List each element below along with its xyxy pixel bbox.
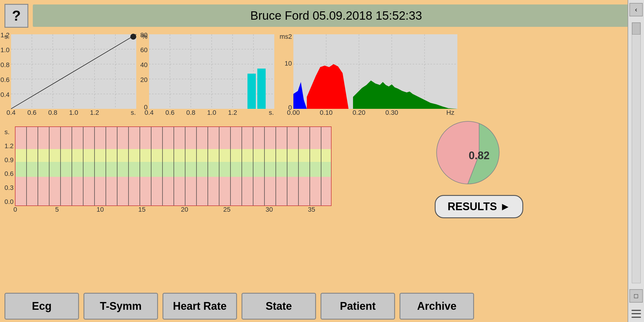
svg-rect-34 bbox=[257, 69, 266, 109]
svg-text:0: 0 bbox=[13, 206, 17, 213]
scroll-square-button[interactable]: □ bbox=[629, 289, 643, 303]
spectrum-svg: 10 0 0.00 0.10 0.20 0.30 Hz bbox=[293, 34, 457, 115]
svg-text:0.6: 0.6 bbox=[1, 76, 10, 83]
nav-patient-button[interactable]: Patient bbox=[321, 293, 395, 320]
svg-text:1.2: 1.2 bbox=[1, 31, 10, 39]
pie-value: 0.82 bbox=[469, 149, 490, 162]
results-label: RESULTS ► bbox=[448, 200, 510, 213]
patient-title: Bruce Ford 05.09.2018 15:52:33 bbox=[250, 9, 422, 22]
hamburger-line-3 bbox=[631, 317, 641, 318]
svg-text:60: 60 bbox=[140, 46, 147, 54]
rhythm-y-00: 0.0 bbox=[4, 198, 14, 206]
bar-svg: 80 60 40 20 0 0.4 0.6 0.8 1.0 1.2 s. bbox=[149, 34, 274, 115]
rhythm-y-12: 1.2 bbox=[4, 142, 14, 150]
pie-svg: 0.82 bbox=[446, 122, 512, 188]
svg-text:0.4: 0.4 bbox=[144, 109, 154, 116]
help-label: ? bbox=[12, 7, 21, 24]
svg-text:20: 20 bbox=[140, 76, 147, 83]
svg-text:1.2: 1.2 bbox=[228, 109, 237, 116]
svg-text:1.0: 1.0 bbox=[69, 109, 78, 116]
svg-text:0.00: 0.00 bbox=[287, 109, 300, 116]
scroll-track[interactable] bbox=[632, 22, 641, 283]
rhythm-chart: // This will be drawn programmatically b… bbox=[15, 127, 331, 207]
svg-text:10: 10 bbox=[285, 60, 292, 67]
svg-text:30: 30 bbox=[265, 206, 273, 213]
svg-text:Hz: Hz bbox=[446, 109, 454, 116]
svg-text:40: 40 bbox=[140, 61, 147, 69]
hamburger-line-2 bbox=[631, 313, 641, 314]
pie-chart: 0.82 bbox=[446, 122, 512, 188]
spectrum-y-unit: ms2 bbox=[280, 33, 292, 41]
svg-text:0.30: 0.30 bbox=[386, 109, 398, 116]
svg-text:0.8: 0.8 bbox=[48, 109, 58, 116]
nav-row: Ecg T-Symm Heart Rate State Patient Arch… bbox=[0, 290, 626, 322]
rhythm-y-unit: s. bbox=[4, 128, 14, 136]
svg-text:0.6: 0.6 bbox=[27, 109, 37, 116]
svg-text:0.10: 0.10 bbox=[320, 109, 333, 116]
nav-tsymm-button[interactable]: T-Symm bbox=[83, 293, 158, 320]
svg-text:1.0: 1.0 bbox=[207, 109, 216, 116]
rhythm-y-06: 0.6 bbox=[4, 170, 14, 178]
svg-text:20: 20 bbox=[181, 206, 188, 213]
svg-rect-33 bbox=[247, 74, 256, 109]
svg-text:80: 80 bbox=[140, 31, 147, 39]
svg-rect-65 bbox=[15, 177, 331, 206]
svg-text:1.0: 1.0 bbox=[1, 46, 10, 54]
bar-chart: 80 60 40 20 0 0.4 0.6 0.8 1.0 1.2 s. bbox=[149, 34, 274, 116]
scroll-up-button[interactable]: ‹ bbox=[629, 3, 643, 16]
svg-text:35: 35 bbox=[308, 206, 315, 213]
svg-rect-64 bbox=[15, 162, 331, 177]
scatter-svg: 1.2 1.0 0.8 0.6 0.4 0.4 0.6 0.8 1.0 1.2 … bbox=[11, 34, 136, 115]
scatter-chart: 1.2 1.0 0.8 0.6 0.4 0.4 0.6 0.8 1.0 1.2 … bbox=[11, 34, 136, 116]
rhythm-right: 0.82 RESULTS ► bbox=[337, 125, 622, 212]
svg-text:0.4: 0.4 bbox=[7, 109, 16, 116]
spectrum-chart: 10 0 0.00 0.10 0.20 0.30 Hz bbox=[293, 34, 622, 116]
help-button[interactable]: ? bbox=[4, 4, 28, 28]
rhythm-y-09: 0.9 bbox=[4, 156, 14, 164]
svg-text:25: 25 bbox=[223, 206, 230, 213]
scroll-thumb[interactable] bbox=[632, 23, 640, 35]
svg-point-11 bbox=[130, 34, 136, 40]
nav-ecg-button[interactable]: Ecg bbox=[4, 293, 79, 320]
svg-text:0.20: 0.20 bbox=[353, 109, 366, 116]
svg-text:15: 15 bbox=[138, 206, 145, 213]
svg-text:0.4: 0.4 bbox=[1, 91, 10, 98]
charts-row: s. 1.2 bbox=[0, 31, 626, 124]
nav-archive-button[interactable]: Archive bbox=[400, 293, 474, 320]
nav-state-button[interactable]: State bbox=[242, 293, 316, 320]
svg-text:10: 10 bbox=[96, 206, 103, 213]
hamburger-line-1 bbox=[631, 310, 641, 311]
scrollbar: ‹ □ bbox=[628, 0, 644, 322]
svg-text:0.8: 0.8 bbox=[1, 61, 10, 69]
rhythm-svg: // This will be drawn programmatically b… bbox=[15, 127, 331, 206]
svg-text:s.: s. bbox=[269, 109, 274, 116]
nav-heartrate-button[interactable]: Heart Rate bbox=[162, 293, 237, 320]
svg-text:s.: s. bbox=[131, 109, 136, 116]
title-bar: Bruce Ford 05.09.2018 15:52:33 bbox=[33, 4, 640, 27]
menu-icon[interactable] bbox=[629, 309, 643, 319]
results-button[interactable]: RESULTS ► bbox=[435, 195, 523, 218]
svg-text:0.8: 0.8 bbox=[186, 109, 195, 116]
svg-text:0.6: 0.6 bbox=[165, 109, 174, 116]
svg-text:1.2: 1.2 bbox=[90, 109, 99, 116]
rhythm-section: s. 1.2 0.9 0.6 0.3 0.0 // This will be d… bbox=[0, 124, 626, 213]
rhythm-y-03: 0.3 bbox=[4, 184, 14, 192]
svg-text:5: 5 bbox=[55, 206, 58, 213]
header: ? Bruce Ford 05.09.2018 15:52:33 bbox=[0, 0, 644, 31]
